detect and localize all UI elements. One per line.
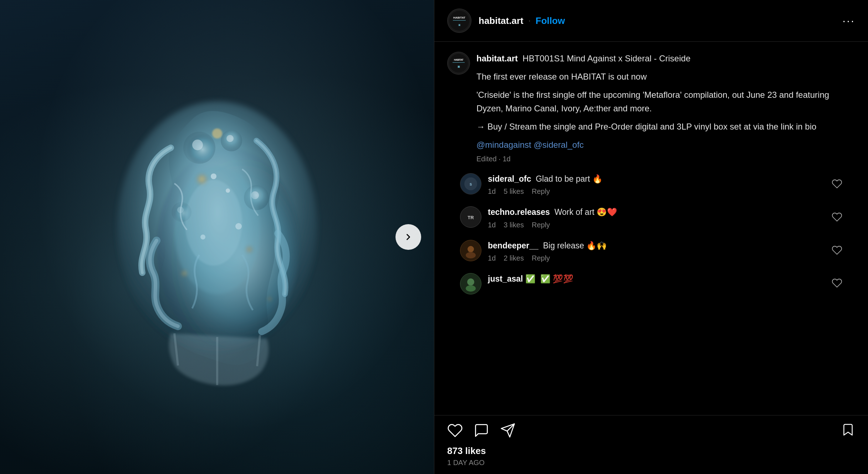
share-button[interactable] [500, 423, 516, 438]
svg-point-5 [226, 135, 234, 142]
svg-text:HABITAT: HABITAT [454, 59, 464, 61]
comment-likes-sideral: 5 likes [504, 187, 524, 196]
comment-row-techno: TR techno.releases Work of art 😍❤️ 1d 3 … [460, 206, 842, 229]
caption-mentions[interactable]: @mindagainst @sideral_ofc [476, 138, 855, 151]
svg-text:▣: ▣ [458, 65, 460, 68]
caption-meta: Edited · 1d [476, 155, 855, 163]
bookmark-button[interactable] [841, 423, 855, 438]
comment-like-button-sideral[interactable] [832, 178, 842, 191]
comment-body-bendeeper: bendeeper__ Big release 🔥🙌 1d 2 likes Re… [488, 240, 825, 262]
caption-text: habitat.art HBT001S1 Mind Against x Side… [476, 52, 855, 65]
comment-likes-techno: 3 likes [504, 221, 524, 229]
comment-like-button-justasal[interactable] [832, 278, 842, 290]
svg-point-19 [200, 235, 205, 239]
svg-text:s: s [470, 182, 472, 187]
comment-like-button-bendeeper[interactable] [832, 245, 842, 257]
svg-point-13 [237, 239, 255, 257]
more-options-button[interactable]: ··· [842, 14, 855, 27]
comment-avatar-sideral: s [460, 173, 481, 195]
comment-avatar-bendeeper [460, 240, 481, 261]
comment-row-justasal: just_asal ✅ ✅ 💯💯 [460, 273, 842, 294]
svg-text:▣: ▣ [458, 24, 461, 26]
comment-time-bendeeper: 1d [488, 254, 496, 262]
post-header: HABITAT ▣ habitat.art · Follow ··· [434, 0, 868, 42]
svg-rect-23 [453, 20, 466, 21]
action-bar [434, 415, 868, 445]
sculpture-image [92, 76, 342, 398]
caption-avatar: HABITAT ▣ [447, 52, 470, 75]
media-panel [0, 0, 434, 474]
svg-point-39 [466, 285, 476, 292]
comment-username-bendeeper[interactable]: bendeeper__ [488, 241, 538, 250]
svg-point-36 [466, 252, 476, 258]
caption-line1: The first ever release on HABITAT is out… [476, 70, 855, 83]
comment-body-techno: techno.releases Work of art 😍❤️ 1d 3 lik… [488, 206, 825, 229]
comment-avatar-justasal [460, 273, 481, 294]
svg-text:TR: TR [468, 215, 474, 220]
header-avatar: HABITAT ▣ [447, 9, 471, 33]
comment-body-sideral: sideral_ofc Glad to be part 🔥 1d 5 likes… [488, 173, 825, 196]
comments-section: s sideral_ofc Glad to be part 🔥 1d 5 lik… [447, 173, 855, 294]
svg-point-20 [235, 223, 242, 230]
comment-actions-sideral: 1d 5 likes Reply [488, 187, 825, 196]
comment-text-techno: techno.releases Work of art 😍❤️ [488, 206, 825, 218]
caption-body: habitat.art HBT001S1 Mind Against x Side… [476, 52, 855, 163]
comment-text-justasal: just_asal ✅ ✅ 💯💯 [488, 273, 825, 284]
comment-reply-bendeeper[interactable]: Reply [532, 254, 550, 262]
svg-point-17 [211, 173, 216, 179]
comment-username-techno[interactable]: techno.releases [488, 207, 550, 217]
svg-point-35 [468, 246, 474, 252]
comment-like-button-techno[interactable] [832, 212, 842, 224]
comment-body-justasal: just_asal ✅ ✅ 💯💯 [488, 273, 825, 284]
comment-username-sideral[interactable]: sideral_ofc [488, 174, 531, 183]
follow-button[interactable]: Follow [536, 15, 565, 26]
caption-line3: → Buy / Stream the single and Pre-Order … [476, 120, 855, 133]
svg-point-3 [192, 140, 203, 150]
caption-username[interactable]: habitat.art [476, 54, 518, 63]
svg-rect-27 [453, 62, 465, 63]
svg-point-18 [226, 188, 230, 193]
likes-row: 873 likes 1 DAY AGO [434, 445, 868, 474]
header-username[interactable]: habitat.art [479, 15, 524, 26]
svg-point-11 [185, 180, 242, 266]
comment-row: s sideral_ofc Glad to be part 🔥 1d 5 lik… [460, 173, 842, 196]
comment-text-sideral: sideral_ofc Glad to be part 🔥 [488, 173, 825, 185]
caption-line2: 'Criseide' is the first single off the u… [476, 88, 855, 115]
comment-text-bendeeper: bendeeper__ Big release 🔥🙌 [488, 240, 825, 251]
comment-button[interactable] [474, 423, 489, 438]
svg-point-12 [192, 173, 214, 194]
svg-point-16 [212, 128, 222, 138]
post-date: 1 DAY AGO [447, 459, 855, 472]
comment-reply-techno[interactable]: Reply [532, 221, 550, 229]
svg-point-15 [261, 291, 274, 304]
comment-row-bendeeper: bendeeper__ Big release 🔥🙌 1d 2 likes Re… [460, 240, 842, 262]
like-button[interactable] [447, 423, 463, 438]
caption-row: HABITAT ▣ habitat.art HBT001S1 Mind Agai… [447, 52, 855, 163]
likes-count[interactable]: 873 likes [447, 445, 855, 457]
comment-likes-bendeeper: 2 likes [504, 254, 524, 262]
comment-username-justasal[interactable]: just_asal [488, 274, 523, 283]
comment-actions-bendeeper: 1d 2 likes Reply [488, 254, 825, 262]
next-button[interactable] [395, 224, 421, 250]
info-panel: HABITAT ▣ habitat.art · Follow ··· HABIT… [434, 0, 868, 474]
comment-time-techno: 1d [488, 221, 496, 229]
caption-scroll-area: HABITAT ▣ habitat.art HBT001S1 Mind Agai… [434, 42, 868, 415]
comment-avatar-techno: TR [460, 206, 481, 228]
comment-reply-sideral[interactable]: Reply [532, 187, 550, 196]
comment-time-sideral: 1d [488, 187, 496, 196]
svg-text:HABITAT: HABITAT [453, 16, 465, 19]
header-dot: · [529, 16, 531, 25]
svg-point-14 [178, 269, 192, 283]
media-background [0, 0, 434, 474]
comment-actions-techno: 1d 3 likes Reply [488, 221, 825, 229]
svg-rect-25 [449, 54, 468, 72]
svg-point-38 [467, 278, 474, 286]
